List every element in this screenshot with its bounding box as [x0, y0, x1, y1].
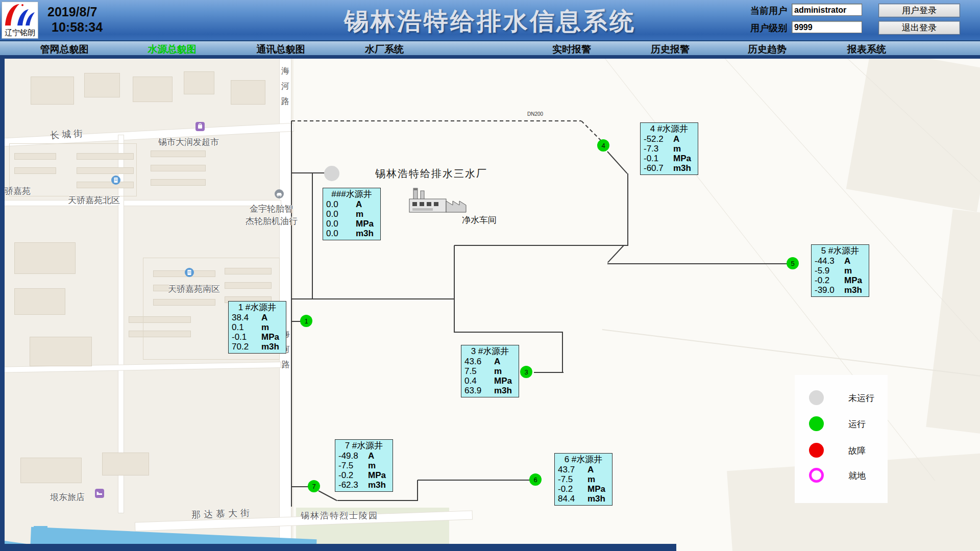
well-unit: m3h	[261, 342, 279, 352]
well-value: -52.2	[644, 134, 673, 144]
well-unit: m3h	[356, 229, 374, 238]
well-value: 63.9	[464, 386, 494, 395]
map-building	[133, 77, 173, 102]
street-label: 长城街	[50, 127, 86, 142]
pipe-segment	[607, 263, 787, 264]
window-edge-left	[0, 59, 5, 551]
well-value: 43.7	[558, 465, 587, 474]
well-unit: m3h	[368, 480, 386, 490]
well-measurement-row: 38.4A	[229, 313, 286, 322]
nav-tab-历史报警[interactable]: 历史报警	[651, 43, 690, 56]
well-unit: MPa	[587, 484, 605, 494]
well-value: -0.1	[644, 154, 673, 163]
well-measurement-row: -39.0m3h	[812, 285, 869, 295]
shopping-bag-icon	[195, 122, 205, 133]
well-value: -5.9	[815, 266, 844, 276]
car-icon	[275, 189, 284, 201]
logo-text: 辽宁铭朗	[2, 28, 38, 38]
well-status-circle-7[interactable]: 7	[308, 480, 320, 492]
well-value: -0.2	[338, 470, 368, 480]
app-window: 辽宁铭朗 2019/8/7 10:58:34 锡林浩特给排水信息系统 当前用户 …	[0, 0, 980, 551]
street-label: 路	[281, 96, 289, 107]
nav-tab-实时报警[interactable]: 实时报警	[552, 43, 591, 56]
well-data-box: 7 #水源井-49.8A-7.5m-0.2MPa-62.3m3h	[335, 439, 393, 492]
pipe-segment	[291, 120, 581, 121]
well-data-box: 4 #水源井-52.2A-7.3m-0.1MPa-60.7m3h	[640, 122, 698, 175]
street-label: 锡林浩特烈士陵园	[301, 510, 378, 521]
pipe-segment	[291, 298, 454, 299]
well-title: 5 #水源井	[812, 246, 869, 256]
nav-tab-报表系统[interactable]: 报表系统	[847, 43, 886, 56]
well-measurement-row: -7.3m	[641, 144, 698, 154]
well-status-circle-standby[interactable]	[324, 166, 339, 181]
well-unit: MPa	[673, 154, 691, 163]
pond	[34, 526, 47, 540]
well-value: 0.0	[326, 229, 356, 238]
well-status-circle-1[interactable]: 1	[300, 315, 312, 327]
well-measurement-row: -44.3A	[812, 256, 869, 266]
well-measurement-row: -0.2MPa	[812, 276, 869, 285]
pipe-segment	[534, 372, 564, 373]
logout-button[interactable]: 退出登录	[878, 21, 960, 35]
well-measurement-row: -0.2MPa	[555, 484, 612, 494]
well-measurement-row: -7.5m	[335, 461, 393, 470]
well-status-circle-3[interactable]: 3	[520, 366, 532, 378]
street-label: 垠东旅店	[50, 491, 85, 503]
well-unit: m	[368, 461, 376, 470]
map-building	[14, 288, 65, 315]
map-building	[20, 458, 82, 483]
map-building	[184, 71, 214, 94]
current-user-field[interactable]: administrator	[792, 4, 862, 16]
street-label: 海	[281, 66, 289, 77]
well-measurement-row: 0.0A	[323, 199, 380, 209]
clock: 2019/8/7 10:58:34	[47, 4, 103, 35]
map-building	[102, 453, 149, 475]
map-building	[151, 179, 206, 186]
well-value: 43.6	[464, 357, 494, 366]
map-building	[231, 80, 265, 105]
nav-tab-历史趋势[interactable]: 历史趋势	[748, 43, 787, 56]
well-value: -0.1	[232, 332, 261, 342]
map-patch	[846, 59, 980, 212]
legend-row: 就地	[795, 468, 888, 483]
well-data-box: 1 #水源井38.4A0.1m-0.1MPa70.2m3h	[228, 301, 286, 354]
street-label: 锡市大润发超市	[158, 136, 219, 148]
well-unit: m3h	[844, 285, 862, 295]
well-measurement-row: -0.1MPa	[229, 332, 286, 342]
pipe-segment	[454, 245, 628, 246]
well-status-circle-4[interactable]: 4	[597, 139, 609, 152]
well-measurement-row: -0.2MPa	[335, 470, 393, 480]
street-label: 天骄嘉苑	[0, 185, 31, 197]
login-button[interactable]: 用户登录	[878, 4, 960, 17]
well-unit: m	[673, 144, 681, 154]
map-road	[0, 201, 281, 206]
well-value: -7.3	[644, 144, 673, 154]
well-unit: m3h	[587, 494, 605, 504]
well-status-circle-5[interactable]: 5	[787, 257, 799, 269]
well-value: 70.2	[232, 342, 261, 352]
well-value: 7.5	[464, 366, 494, 376]
well-value: -60.7	[644, 163, 673, 173]
logo-swoosh-icon	[2, 2, 38, 29]
well-unit: A	[261, 313, 267, 322]
well-measurement-row: 0.4MPa	[461, 376, 519, 386]
nav-tab-水厂系统[interactable]: 水厂系统	[365, 43, 404, 56]
well-data-box: 5 #水源井-44.3A-5.9m-0.2MPa-39.0m3h	[811, 244, 869, 297]
date-text: 2019/8/7	[47, 4, 103, 19]
nav-tab-通讯总貌图[interactable]: 通讯总貌图	[257, 43, 305, 56]
pipe-segment	[454, 245, 455, 299]
well-unit: MPa	[494, 376, 512, 386]
map-building	[30, 337, 92, 366]
pipe-segment	[454, 299, 455, 333]
legend-row: 故障	[795, 443, 888, 458]
nav-tab-管网总貌图[interactable]: 管网总貌图	[40, 43, 89, 56]
well-value: -7.5	[558, 474, 587, 484]
well-unit: A	[494, 357, 500, 366]
well-measurement-row: 7.5m	[461, 366, 519, 376]
well-status-circle-6[interactable]: 6	[529, 473, 542, 486]
nav-tab-水源总貌图[interactable]: 水源总貌图	[148, 43, 197, 56]
user-level-field[interactable]: 9999	[792, 21, 862, 33]
window-edge-bottom	[0, 544, 676, 551]
well-unit: A	[356, 199, 362, 209]
well-unit: A	[368, 451, 374, 461]
